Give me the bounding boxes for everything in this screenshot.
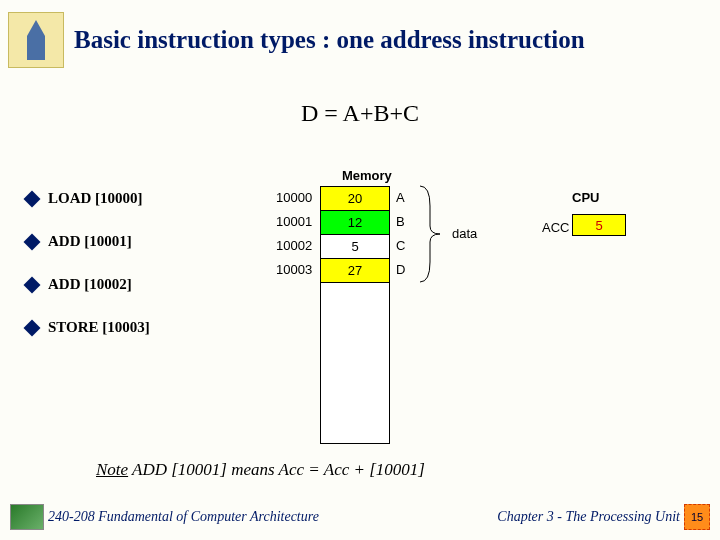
address-column: 10000 10001 10002 10003 — [276, 186, 312, 282]
memory-cell: 5 — [321, 235, 389, 259]
address-cell: 10000 — [276, 186, 312, 210]
acc-register: 5 — [572, 214, 626, 236]
bullet-icon — [24, 233, 41, 250]
footer-right: Chapter 3 - The Processing Unit — [497, 509, 680, 525]
equation: D = A+B+C — [0, 100, 720, 127]
memory-cell: 27 — [321, 259, 389, 283]
acc-label: ACC — [542, 220, 569, 235]
footer-left: 240-208 Fundamental of Computer Architec… — [48, 509, 319, 525]
bullet-icon — [24, 276, 41, 293]
list-item: ADD [10002] — [26, 276, 150, 293]
slide-title: Basic instruction types : one address in… — [74, 26, 585, 54]
instruction-list: LOAD [10000] ADD [10001] ADD [10002] STO… — [26, 190, 150, 362]
university-crest-icon — [8, 12, 64, 68]
variable-name: D — [396, 258, 405, 282]
list-item: ADD [10001] — [26, 233, 150, 250]
bullet-icon — [24, 319, 41, 336]
variable-name: B — [396, 210, 405, 234]
list-item-label: LOAD [10000] — [48, 190, 143, 207]
variable-column: A B C D — [396, 186, 405, 282]
cpu-header: CPU — [572, 190, 599, 205]
address-cell: 10001 — [276, 210, 312, 234]
footer-logo-icon — [10, 504, 44, 530]
brace-icon — [418, 186, 446, 282]
bullet-icon — [24, 190, 41, 207]
variable-name: A — [396, 186, 405, 210]
memory-table: 20 12 5 27 — [320, 186, 390, 444]
address-cell: 10002 — [276, 234, 312, 258]
variable-name: C — [396, 234, 405, 258]
list-item: STORE [10003] — [26, 319, 150, 336]
list-item-label: ADD [10001] — [48, 233, 132, 250]
list-item-label: STORE [10003] — [48, 319, 150, 336]
address-cell: 10003 — [276, 258, 312, 282]
data-label: data — [452, 226, 477, 241]
page-number-badge: 15 — [684, 504, 710, 530]
note-body: ADD [10001] means Acc = Acc + [10001] — [128, 460, 425, 479]
memory-empty — [321, 283, 389, 443]
header: Basic instruction types : one address in… — [0, 0, 720, 68]
list-item-label: ADD [10002] — [48, 276, 132, 293]
note-prefix: Note — [96, 460, 128, 479]
memory-cell: 20 — [321, 187, 389, 211]
memory-header: Memory — [342, 168, 392, 183]
memory-cell: 12 — [321, 211, 389, 235]
footer: 240-208 Fundamental of Computer Architec… — [0, 504, 720, 530]
note-line: Note ADD [10001] means Acc = Acc + [1000… — [96, 460, 425, 480]
list-item: LOAD [10000] — [26, 190, 150, 207]
